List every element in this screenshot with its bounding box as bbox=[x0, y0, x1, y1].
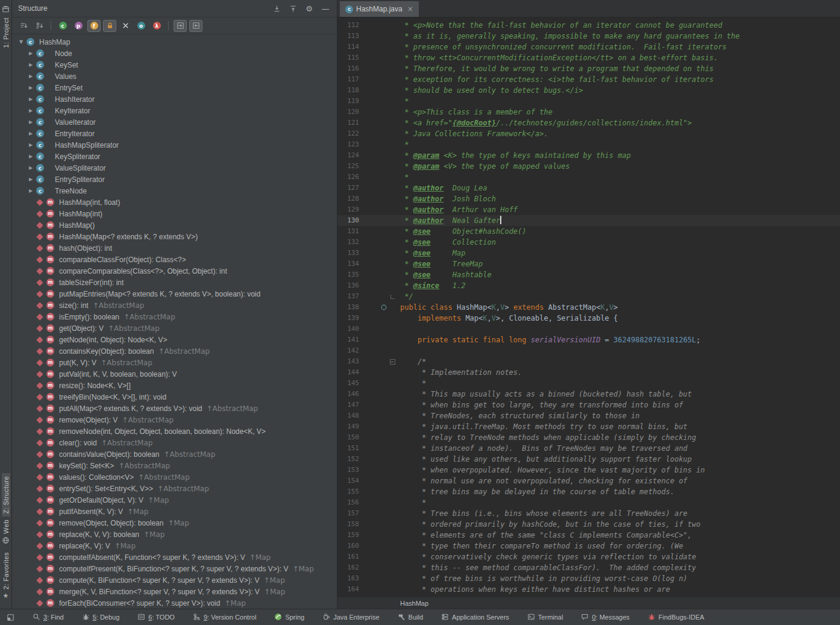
code-line[interactable]: 151 * instanceof a node). Bins of TreeNo… bbox=[337, 443, 840, 454]
fold-col[interactable] bbox=[388, 476, 396, 486]
fold-col[interactable] bbox=[388, 302, 396, 313]
line-number[interactable]: 144 bbox=[337, 367, 359, 378]
fold-col[interactable] bbox=[388, 454, 396, 465]
fold-col[interactable] bbox=[388, 400, 396, 410]
fold-col[interactable] bbox=[388, 85, 396, 96]
fold-col[interactable] bbox=[388, 443, 396, 454]
settings-gear-icon[interactable]: ⚙ bbox=[304, 3, 315, 14]
code-line[interactable]: 113 * as it is, generally speaking, impo… bbox=[337, 31, 840, 42]
code-line[interactable]: 160 * type then their compareTo method i… bbox=[337, 541, 840, 551]
structure-item[interactable]: ▶cEntryIterator bbox=[12, 128, 337, 139]
fold-col[interactable] bbox=[388, 530, 396, 541]
line-number[interactable]: 150 bbox=[337, 432, 359, 443]
code-line[interactable]: 140 bbox=[337, 324, 840, 334]
structure-item[interactable]: msize(): int↑AbstractMap bbox=[12, 300, 337, 311]
code-line[interactable]: 148 * TreeNodes, each structured similar… bbox=[337, 410, 840, 421]
code-line[interactable]: 134 * @see TreeMap bbox=[337, 259, 840, 269]
toolwindow-switcher-icon[interactable] bbox=[6, 613, 14, 621]
code-line[interactable]: 117 * exception for its correctness: <i>… bbox=[337, 74, 840, 85]
code-line[interactable]: 161 * conservatively check generic types… bbox=[337, 551, 840, 562]
line-number[interactable]: 153 bbox=[337, 465, 359, 476]
x-filter-icon[interactable] bbox=[119, 20, 132, 32]
structure-item[interactable]: mkeySet(): Set<K>↑AbstractMap bbox=[12, 460, 337, 471]
code-line[interactable]: 162 * this -- see method comparableClass… bbox=[337, 562, 840, 573]
expand-arrow-icon[interactable]: ▶ bbox=[25, 108, 36, 113]
line-number[interactable]: 157 bbox=[337, 508, 359, 519]
structure-item[interactable]: ▶cEntrySpliterator bbox=[12, 174, 337, 185]
structure-item[interactable]: mentrySet(): Set<Entry<K, V>>↑AbstractMa… bbox=[12, 483, 337, 494]
structure-item[interactable]: mput(K, V): V↑AbstractMap bbox=[12, 357, 337, 368]
structure-item[interactable]: mcomputeIfPresent(K, BiFunction<? super … bbox=[12, 563, 337, 574]
line-number[interactable]: 113 bbox=[337, 31, 359, 42]
fold-col[interactable] bbox=[388, 237, 396, 248]
line-number[interactable]: 148 bbox=[337, 410, 359, 421]
structure-item[interactable]: mcomparableClassFor(Object): Class<?> bbox=[12, 254, 337, 265]
code-line[interactable]: 124 * @param <K> the type of keys mainta… bbox=[337, 150, 840, 161]
code-line[interactable]: 129 * @author Arthur van Hoff bbox=[337, 204, 840, 215]
line-number[interactable]: 161 bbox=[337, 551, 359, 562]
code-line[interactable]: 115 * throw <tt>ConcurrentModificationEx… bbox=[337, 52, 840, 63]
expand-arrow-icon[interactable]: ▶ bbox=[25, 62, 36, 68]
line-number[interactable]: 139 bbox=[337, 313, 359, 324]
line-number[interactable]: 135 bbox=[337, 269, 359, 280]
fold-col[interactable] bbox=[388, 139, 396, 150]
structure-item[interactable]: mgetNode(int, Object): Node<K, V> bbox=[12, 334, 337, 345]
fold-col[interactable] bbox=[388, 161, 396, 172]
fold-col[interactable] bbox=[388, 193, 396, 204]
hide-panel-icon[interactable]: — bbox=[320, 3, 331, 14]
structure-item[interactable]: ▶cEntrySet bbox=[12, 82, 337, 93]
structure-item[interactable]: ▶cHashMapSpliterator bbox=[12, 139, 337, 151]
toolwindow-java-enterprise-button[interactable]: Java Enterprise bbox=[322, 613, 379, 622]
structure-item[interactable]: mcompute(K, BiFunction<? super K, ? supe… bbox=[12, 574, 337, 586]
code-line[interactable]: 123 * bbox=[337, 139, 840, 150]
code-line[interactable]: 156 * bbox=[337, 497, 840, 508]
toolwindow-project-button[interactable]: 1: Project bbox=[1, 2, 10, 51]
code-editor[interactable]: 112 * <p>Note that the fail-fast behavio… bbox=[337, 17, 840, 597]
fold-col[interactable] bbox=[388, 421, 396, 432]
line-number[interactable]: 149 bbox=[337, 421, 359, 432]
code-line[interactable]: 130 * @author Neal Gafter bbox=[337, 215, 840, 226]
toolwindow-build-button[interactable]: Build bbox=[398, 613, 423, 622]
line-number[interactable]: 147 bbox=[337, 400, 359, 410]
line-number[interactable]: 122 bbox=[337, 128, 359, 139]
toolwindow-application-servers-button[interactable]: Application Servers bbox=[441, 613, 509, 622]
code-line[interactable]: 133 * @see Map bbox=[337, 248, 840, 259]
fold-col[interactable] bbox=[388, 551, 396, 562]
line-number[interactable]: 120 bbox=[337, 107, 359, 118]
line-number[interactable]: 163 bbox=[337, 573, 359, 584]
tab-close-icon[interactable]: × bbox=[407, 5, 413, 13]
line-number[interactable]: 126 bbox=[337, 172, 359, 183]
code-line[interactable]: 132 * @see Collection bbox=[337, 237, 840, 248]
toolwindow-version-control-button[interactable]: 9: Version Control bbox=[193, 613, 256, 622]
line-number[interactable]: 115 bbox=[337, 52, 359, 63]
code-line[interactable]: 144 * Implementation notes. bbox=[337, 367, 840, 378]
autoscroll-to-source-icon[interactable] bbox=[174, 20, 187, 32]
fold-col[interactable] bbox=[388, 497, 396, 508]
fold-col[interactable] bbox=[388, 486, 396, 497]
structure-item[interactable]: mHashMap(int) bbox=[12, 208, 337, 219]
expand-all-icon[interactable] bbox=[271, 3, 282, 14]
fold-col[interactable] bbox=[388, 280, 396, 291]
code-line[interactable]: 135 * @see Hashtable bbox=[337, 269, 840, 280]
autoscroll-from-source-icon[interactable] bbox=[189, 20, 202, 32]
structure-item[interactable]: mHashMap(Map<? extends K, ? extends V>) bbox=[12, 231, 337, 242]
code-line[interactable]: 154 * normal use are not overpopulated, … bbox=[337, 476, 840, 486]
structure-item[interactable]: mtreeifyBin(Node<K, V>[], int): void bbox=[12, 391, 337, 403]
line-number[interactable]: 152 bbox=[337, 454, 359, 465]
expand-arrow-icon[interactable]: ▶ bbox=[25, 165, 36, 171]
code-line[interactable]: 141 private static final long serialVers… bbox=[337, 334, 840, 345]
structure-item[interactable]: ▶cKeyIterator bbox=[12, 105, 337, 116]
code-line[interactable]: 139 implements Map<K,V>, Cloneable, Seri… bbox=[337, 313, 840, 324]
fold-col[interactable] bbox=[388, 226, 396, 237]
code-line[interactable]: 138public class HashMap<K,V> extends Abs… bbox=[337, 302, 840, 313]
expand-arrow-icon[interactable]: ▶ bbox=[25, 131, 36, 136]
show-properties-filter-icon[interactable]: p bbox=[72, 20, 85, 32]
line-number[interactable]: 132 bbox=[337, 237, 359, 248]
fold-col[interactable] bbox=[388, 107, 396, 118]
show-non-public-filter-icon[interactable] bbox=[103, 20, 116, 32]
expand-arrow-icon[interactable]: ▶ bbox=[25, 96, 36, 102]
line-number[interactable]: 131 bbox=[337, 226, 359, 237]
line-number[interactable]: 146 bbox=[337, 389, 359, 400]
fold-col[interactable] bbox=[388, 269, 396, 280]
code-line[interactable]: 126 * bbox=[337, 172, 840, 183]
